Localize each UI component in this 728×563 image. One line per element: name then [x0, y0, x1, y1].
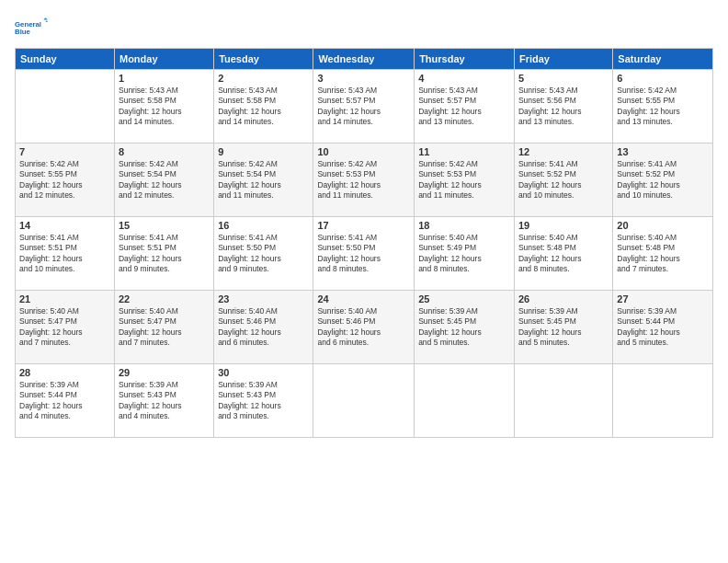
calendar-cell: 11Sunrise: 5:42 AMSunset: 5:53 PMDayligh… — [415, 144, 515, 217]
day-number: 12 — [518, 146, 609, 157]
day-number: 6 — [617, 73, 709, 84]
column-header-monday: Monday — [114, 49, 213, 70]
day-number: 1 — [119, 73, 210, 84]
calendar-cell: 9Sunrise: 5:42 AMSunset: 5:54 PMDaylight… — [214, 144, 313, 217]
day-number: 29 — [119, 367, 210, 378]
column-header-friday: Friday — [514, 49, 612, 70]
day-info: Sunrise: 5:40 AMSunset: 5:49 PMDaylight:… — [418, 233, 510, 275]
day-info: Sunrise: 5:41 AMSunset: 5:50 PMDaylight:… — [218, 233, 309, 275]
day-info: Sunrise: 5:43 AMSunset: 5:58 PMDaylight:… — [119, 86, 210, 128]
calendar-cell: 15Sunrise: 5:41 AMSunset: 5:51 PMDayligh… — [114, 217, 213, 291]
day-number: 20 — [617, 220, 709, 231]
day-info: Sunrise: 5:40 AMSunset: 5:47 PMDaylight:… — [19, 306, 110, 349]
calendar-cell: 6Sunrise: 5:42 AMSunset: 5:55 PMDaylight… — [613, 70, 713, 144]
day-number: 4 — [418, 73, 510, 84]
day-info: Sunrise: 5:42 AMSunset: 5:53 PMDaylight:… — [418, 159, 510, 201]
column-header-thursday: Thursday — [415, 49, 515, 70]
calendar-cell: 7Sunrise: 5:42 AMSunset: 5:55 PMDaylight… — [16, 144, 115, 217]
svg-text:General: General — [15, 20, 41, 29]
day-info: Sunrise: 5:42 AMSunset: 5:55 PMDaylight:… — [617, 86, 709, 128]
day-number: 10 — [317, 146, 410, 157]
day-info: Sunrise: 5:43 AMSunset: 5:58 PMDaylight:… — [218, 86, 309, 128]
calendar-cell: 23Sunrise: 5:40 AMSunset: 5:46 PMDayligh… — [214, 291, 313, 364]
calendar-cell: 13Sunrise: 5:41 AMSunset: 5:52 PMDayligh… — [613, 144, 713, 217]
calendar-cell: 24Sunrise: 5:40 AMSunset: 5:46 PMDayligh… — [313, 291, 415, 364]
calendar-cell: 20Sunrise: 5:40 AMSunset: 5:48 PMDayligh… — [613, 217, 713, 291]
day-info: Sunrise: 5:42 AMSunset: 5:55 PMDaylight:… — [19, 159, 110, 201]
day-number: 24 — [317, 293, 410, 304]
day-number: 15 — [119, 220, 210, 231]
day-info: Sunrise: 5:40 AMSunset: 5:48 PMDaylight:… — [617, 233, 709, 275]
calendar-cell: 19Sunrise: 5:40 AMSunset: 5:48 PMDayligh… — [514, 217, 612, 291]
day-info: Sunrise: 5:39 AMSunset: 5:45 PMDaylight:… — [418, 306, 510, 349]
week-row-2: 7Sunrise: 5:42 AMSunset: 5:55 PMDaylight… — [16, 144, 713, 217]
day-number: 7 — [19, 146, 110, 157]
calendar-cell: 1Sunrise: 5:43 AMSunset: 5:58 PMDaylight… — [114, 70, 213, 144]
calendar-cell — [613, 364, 713, 438]
day-number: 13 — [617, 146, 709, 157]
logo-svg: General Blue — [15, 11, 48, 44]
svg-text:Blue: Blue — [15, 28, 31, 36]
week-row-5: 28Sunrise: 5:39 AMSunset: 5:44 PMDayligh… — [16, 364, 713, 438]
day-info: Sunrise: 5:41 AMSunset: 5:52 PMDaylight:… — [518, 159, 609, 201]
day-info: Sunrise: 5:43 AMSunset: 5:56 PMDaylight:… — [518, 86, 609, 128]
calendar-cell: 21Sunrise: 5:40 AMSunset: 5:47 PMDayligh… — [16, 291, 115, 364]
calendar-cell: 4Sunrise: 5:43 AMSunset: 5:57 PMDaylight… — [415, 70, 515, 144]
day-info: Sunrise: 5:42 AMSunset: 5:54 PMDaylight:… — [218, 159, 309, 201]
calendar-cell: 17Sunrise: 5:41 AMSunset: 5:50 PMDayligh… — [313, 217, 415, 291]
day-number: 26 — [518, 293, 609, 304]
calendar-cell — [313, 364, 415, 438]
column-header-tuesday: Tuesday — [214, 49, 313, 70]
calendar-cell: 14Sunrise: 5:41 AMSunset: 5:51 PMDayligh… — [16, 217, 115, 291]
day-number: 25 — [418, 293, 510, 304]
day-info: Sunrise: 5:39 AMSunset: 5:45 PMDaylight:… — [518, 306, 609, 349]
day-number: 5 — [518, 73, 609, 84]
day-number: 27 — [617, 293, 709, 304]
calendar-cell: 2Sunrise: 5:43 AMSunset: 5:58 PMDaylight… — [214, 70, 313, 144]
calendar-cell: 12Sunrise: 5:41 AMSunset: 5:52 PMDayligh… — [514, 144, 612, 217]
day-number: 17 — [317, 220, 410, 231]
calendar-cell: 30Sunrise: 5:39 AMSunset: 5:43 PMDayligh… — [214, 364, 313, 438]
day-info: Sunrise: 5:41 AMSunset: 5:52 PMDaylight:… — [617, 159, 709, 201]
calendar-cell: 8Sunrise: 5:42 AMSunset: 5:54 PMDaylight… — [114, 144, 213, 217]
day-info: Sunrise: 5:43 AMSunset: 5:57 PMDaylight:… — [418, 86, 510, 128]
logo: General Blue — [15, 11, 48, 44]
calendar-cell: 5Sunrise: 5:43 AMSunset: 5:56 PMDaylight… — [514, 70, 612, 144]
svg-marker-3 — [46, 20, 48, 22]
day-number: 16 — [218, 220, 309, 231]
calendar-cell: 25Sunrise: 5:39 AMSunset: 5:45 PMDayligh… — [415, 291, 515, 364]
column-header-wednesday: Wednesday — [313, 49, 415, 70]
week-row-3: 14Sunrise: 5:41 AMSunset: 5:51 PMDayligh… — [16, 217, 713, 291]
calendar-cell — [514, 364, 612, 438]
day-number: 19 — [518, 220, 609, 231]
day-info: Sunrise: 5:40 AMSunset: 5:46 PMDaylight:… — [317, 306, 410, 349]
calendar-cell: 16Sunrise: 5:41 AMSunset: 5:50 PMDayligh… — [214, 217, 313, 291]
page: General Blue SundayMondayTuesdayWednesda… — [0, 0, 728, 563]
calendar-cell: 28Sunrise: 5:39 AMSunset: 5:44 PMDayligh… — [16, 364, 115, 438]
day-number: 14 — [19, 220, 110, 231]
calendar-cell: 3Sunrise: 5:43 AMSunset: 5:57 PMDaylight… — [313, 70, 415, 144]
calendar-cell: 26Sunrise: 5:39 AMSunset: 5:45 PMDayligh… — [514, 291, 612, 364]
day-info: Sunrise: 5:39 AMSunset: 5:44 PMDaylight:… — [617, 306, 709, 349]
day-number: 11 — [418, 146, 510, 157]
calendar-header-row: SundayMondayTuesdayWednesdayThursdayFrid… — [16, 49, 713, 70]
day-number: 21 — [19, 293, 110, 304]
day-info: Sunrise: 5:40 AMSunset: 5:48 PMDaylight:… — [518, 233, 609, 275]
day-number: 8 — [119, 146, 210, 157]
week-row-1: 1Sunrise: 5:43 AMSunset: 5:58 PMDaylight… — [16, 70, 713, 144]
calendar-cell: 29Sunrise: 5:39 AMSunset: 5:43 PMDayligh… — [114, 364, 213, 438]
day-info: Sunrise: 5:43 AMSunset: 5:57 PMDaylight:… — [317, 86, 410, 128]
day-info: Sunrise: 5:41 AMSunset: 5:51 PMDaylight:… — [119, 233, 210, 275]
day-info: Sunrise: 5:39 AMSunset: 5:43 PMDaylight:… — [119, 380, 210, 422]
day-number: 3 — [317, 73, 410, 84]
day-info: Sunrise: 5:40 AMSunset: 5:47 PMDaylight:… — [119, 306, 210, 349]
calendar-cell: 18Sunrise: 5:40 AMSunset: 5:49 PMDayligh… — [415, 217, 515, 291]
calendar-cell: 22Sunrise: 5:40 AMSunset: 5:47 PMDayligh… — [114, 291, 213, 364]
column-header-sunday: Sunday — [16, 49, 115, 70]
day-number: 2 — [218, 73, 309, 84]
day-info: Sunrise: 5:40 AMSunset: 5:46 PMDaylight:… — [218, 306, 309, 349]
header: General Blue — [15, 11, 713, 44]
day-number: 23 — [218, 293, 309, 304]
day-info: Sunrise: 5:42 AMSunset: 5:53 PMDaylight:… — [317, 159, 410, 201]
day-info: Sunrise: 5:41 AMSunset: 5:51 PMDaylight:… — [19, 233, 110, 275]
